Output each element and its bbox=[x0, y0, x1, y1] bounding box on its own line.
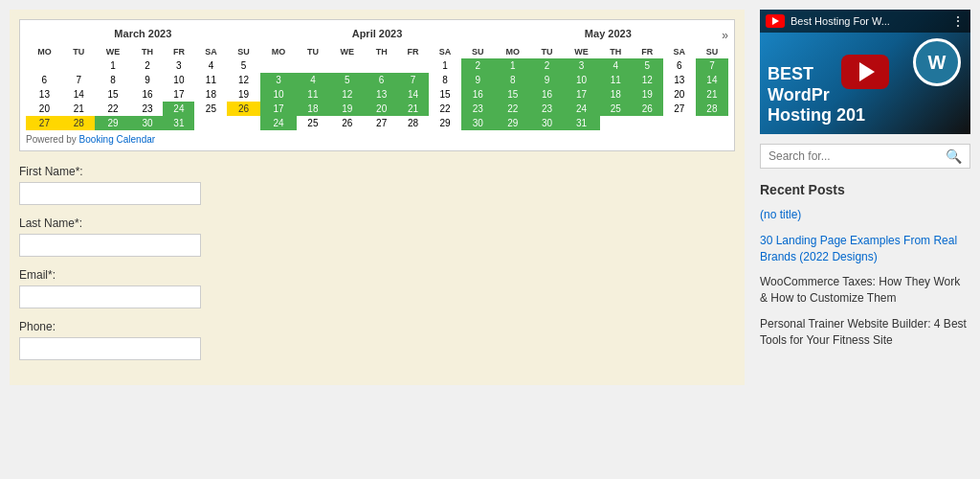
search-box[interactable]: 🔍 bbox=[760, 144, 970, 169]
table-row: 9 bbox=[132, 73, 164, 87]
table-row[interactable]: 5 bbox=[328, 73, 366, 87]
table-row[interactable]: 12 bbox=[328, 87, 366, 102]
table-row[interactable]: 24 bbox=[163, 102, 194, 116]
post-link[interactable]: Personal Trainer Website Builder: 4 Best… bbox=[760, 317, 967, 347]
table-row[interactable]: 18 bbox=[600, 87, 632, 102]
table-row[interactable]: 11 bbox=[297, 87, 328, 102]
table-row[interactable]: 29 bbox=[494, 116, 531, 130]
post-link[interactable]: (no title) bbox=[760, 208, 801, 221]
table-row: 1 bbox=[429, 58, 461, 73]
table-row[interactable]: 24 bbox=[260, 116, 298, 130]
table-row: 13 bbox=[663, 73, 696, 87]
table-row[interactable]: 6 bbox=[366, 73, 397, 87]
table-row[interactable]: 18 bbox=[297, 102, 328, 116]
table-row: 16 bbox=[132, 87, 164, 102]
table-row[interactable]: 23 bbox=[461, 102, 494, 116]
table-row[interactable]: 20 bbox=[366, 102, 397, 116]
table-row: 4 bbox=[194, 58, 227, 73]
table-row: 13 bbox=[26, 87, 63, 102]
table-row[interactable]: 11 bbox=[600, 73, 632, 87]
table-row[interactable]: 1 bbox=[494, 58, 531, 73]
phone-input[interactable] bbox=[19, 337, 201, 360]
booking-calendar-link[interactable]: Booking Calendar bbox=[79, 134, 156, 145]
left-panel: March 2023 MO TU WE TH FR SA bbox=[10, 10, 745, 385]
table-row[interactable]: 3 bbox=[260, 73, 298, 87]
table-row[interactable]: 4 bbox=[297, 73, 328, 87]
table-row: 5 bbox=[227, 58, 259, 73]
search-input[interactable] bbox=[768, 149, 946, 163]
table-row[interactable]: 31 bbox=[163, 116, 194, 130]
table-row bbox=[366, 58, 397, 73]
table-row: 28 bbox=[63, 116, 95, 130]
table-row[interactable]: 26 bbox=[632, 102, 663, 116]
table-row: 20 bbox=[663, 87, 696, 102]
email-input[interactable] bbox=[19, 285, 201, 308]
table-row[interactable]: 13 bbox=[366, 87, 397, 102]
calendar-next-btn[interactable]: » bbox=[722, 29, 728, 42]
table-row[interactable]: 25 bbox=[600, 102, 632, 116]
table-row: 3 bbox=[163, 58, 194, 73]
table-row: 12 bbox=[227, 73, 259, 87]
table-row[interactable]: 28 bbox=[696, 102, 728, 116]
video-menu-icon[interactable]: ⋮ bbox=[951, 13, 965, 29]
first-name-input[interactable] bbox=[19, 182, 201, 205]
table-row[interactable]: 24 bbox=[563, 102, 600, 116]
table-row[interactable]: 10 bbox=[260, 87, 298, 102]
march-title: March 2023 bbox=[26, 26, 260, 41]
table-row[interactable]: 31 bbox=[563, 116, 600, 130]
col-th: TH bbox=[132, 45, 164, 58]
posts-list: (no title)30 Landing Page Examples From … bbox=[760, 207, 970, 349]
table-row[interactable]: 14 bbox=[397, 87, 429, 102]
table-row[interactable]: 9 bbox=[461, 73, 494, 87]
table-row: 15 bbox=[429, 87, 461, 102]
table-row: 26 bbox=[328, 116, 366, 130]
table-row: 27 bbox=[26, 116, 63, 130]
table-row[interactable]: 30 bbox=[461, 116, 494, 130]
table-row bbox=[297, 58, 328, 73]
table-row bbox=[63, 58, 95, 73]
table-row[interactable]: 8 bbox=[494, 73, 531, 87]
table-row[interactable]: 2 bbox=[531, 58, 563, 73]
table-row[interactable]: 4 bbox=[600, 58, 632, 73]
table-row[interactable]: 19 bbox=[632, 87, 663, 102]
table-row[interactable]: 21 bbox=[696, 87, 728, 102]
table-row[interactable]: 14 bbox=[696, 73, 728, 87]
play-button[interactable] bbox=[841, 55, 889, 89]
table-row: 18 bbox=[194, 87, 227, 102]
video-thumbnail[interactable]: Best Hosting For W... ⋮ W BEST WordPr Ho… bbox=[760, 10, 970, 134]
table-row[interactable]: 30 bbox=[132, 116, 164, 130]
last-name-input[interactable] bbox=[19, 234, 201, 257]
table-row[interactable]: 9 bbox=[531, 73, 563, 87]
search-icon: 🔍 bbox=[946, 148, 962, 164]
last-name-label: Last Name*: bbox=[19, 217, 735, 230]
table-row[interactable]: 15 bbox=[494, 87, 531, 102]
table-row[interactable]: 16 bbox=[461, 87, 494, 102]
table-row: 22 bbox=[429, 102, 461, 116]
table-row[interactable]: 3 bbox=[563, 58, 600, 73]
table-row[interactable]: 10 bbox=[563, 73, 600, 87]
table-row[interactable]: 7 bbox=[397, 73, 429, 87]
april-calendar: MO TU WE TH FR SA SU 1234567891011121314… bbox=[260, 45, 495, 130]
table-row[interactable]: 16 bbox=[531, 87, 563, 102]
table-row[interactable]: 22 bbox=[494, 102, 531, 116]
table-row: 8 bbox=[429, 73, 461, 87]
table-row[interactable]: 30 bbox=[531, 116, 563, 130]
table-row[interactable]: 29 bbox=[95, 116, 132, 130]
table-row[interactable]: 2 bbox=[461, 58, 494, 73]
table-row[interactable]: 19 bbox=[328, 102, 366, 116]
may-title: May 2023 bbox=[494, 26, 722, 41]
table-row: 27 bbox=[663, 102, 696, 116]
table-row[interactable]: 12 bbox=[632, 73, 663, 87]
list-item: (no title) bbox=[760, 207, 970, 223]
may-calendar: MO TU WE TH FR SA SU 1234567891011121314… bbox=[494, 45, 728, 130]
table-row[interactable]: 17 bbox=[260, 102, 298, 116]
table-row[interactable]: 7 bbox=[696, 58, 728, 73]
post-link[interactable]: WooCommerce Taxes: How They Work & How t… bbox=[760, 275, 960, 305]
table-row[interactable]: 5 bbox=[632, 58, 663, 73]
table-row: 2 bbox=[132, 58, 164, 73]
table-row[interactable]: 21 bbox=[397, 102, 429, 116]
table-row: 10 bbox=[163, 73, 194, 87]
table-row[interactable]: 23 bbox=[531, 102, 563, 116]
table-row[interactable]: 17 bbox=[563, 87, 600, 102]
post-link[interactable]: 30 Landing Page Examples From Real Brand… bbox=[760, 234, 957, 263]
